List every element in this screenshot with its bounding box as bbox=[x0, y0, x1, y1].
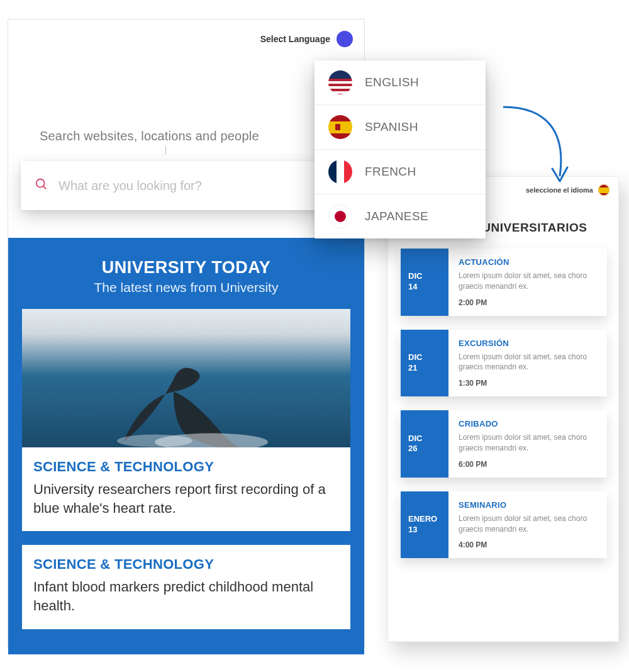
event-card[interactable]: DIC 14 ACTUACIÓN Lorem ipsum dolor sit a… bbox=[401, 249, 607, 316]
event-body: ACTUACIÓN Lorem ipsum dolor sit amet, se… bbox=[448, 249, 607, 316]
news-card-category: SCIENCE & TECHNOLOGY bbox=[33, 459, 339, 475]
event-category: SEMINARIO bbox=[459, 500, 598, 510]
svg-line-1 bbox=[43, 186, 47, 189]
event-day: 21 bbox=[408, 363, 417, 374]
event-description: Lorem ipsum dolor sit amet, sea choro gr… bbox=[459, 432, 598, 454]
events-list: DIC 14 ACTUACIÓN Lorem ipsum dolor sit a… bbox=[388, 235, 618, 564]
event-category: ACTUACIÓN bbox=[459, 257, 598, 267]
search-icon bbox=[35, 177, 48, 194]
caption-indicator-line bbox=[165, 146, 166, 155]
flag-es-icon bbox=[328, 115, 352, 139]
event-time: 1:30 PM bbox=[459, 379, 598, 388]
news-section-subtitle: The latest news from University bbox=[22, 280, 350, 295]
news-card-image bbox=[22, 309, 350, 447]
news-card[interactable]: SCIENCE & TECHNOLOGY University research… bbox=[22, 309, 350, 531]
news-block: UNIVERSITY TODAY The latest news from Un… bbox=[8, 238, 364, 654]
language-option-label: JAPANESE bbox=[365, 210, 428, 223]
event-time: 6:00 PM bbox=[459, 460, 598, 469]
event-month: ENERO bbox=[408, 514, 437, 525]
event-date-badge: DIC 21 bbox=[401, 330, 448, 397]
event-month: DIC bbox=[408, 271, 422, 282]
language-option-japanese[interactable]: JAPANESE bbox=[314, 194, 486, 238]
event-day: 13 bbox=[408, 525, 417, 535]
language-option-french[interactable]: FRENCH bbox=[314, 150, 486, 194]
language-dropdown: ENGLISH SPANISH FRENCH JAPANESE bbox=[314, 60, 486, 238]
language-selector-button[interactable] bbox=[337, 31, 353, 47]
news-card-body: SCIENCE & TECHNOLOGY University research… bbox=[22, 447, 350, 531]
svg-point-0 bbox=[36, 179, 45, 188]
event-card[interactable]: DIC 26 CRIBADO Lorem ipsum dolor sit ame… bbox=[401, 410, 607, 478]
event-date-badge: ENERO 13 bbox=[401, 491, 448, 559]
search-box[interactable]: What are you looking for? bbox=[21, 161, 355, 210]
event-month: DIC bbox=[408, 434, 422, 444]
flag-es-icon[interactable] bbox=[598, 184, 610, 196]
event-day: 26 bbox=[408, 444, 417, 454]
event-body: SEMINARIO Lorem ipsum dolor sit amet, se… bbox=[448, 491, 607, 559]
event-time: 4:00 PM bbox=[459, 540, 598, 549]
event-date-badge: DIC 26 bbox=[401, 410, 448, 478]
annotation-arrow-icon bbox=[497, 101, 579, 195]
event-description: Lorem ipsum dolor sit amet, sea choro gr… bbox=[459, 352, 598, 373]
translated-preview-panel: seleccione el idioma EVENTOS UNIVERSITAR… bbox=[387, 176, 619, 642]
event-month: DIC bbox=[408, 352, 422, 363]
svg-point-3 bbox=[117, 434, 192, 447]
event-time: 2:00 PM bbox=[459, 298, 598, 307]
language-option-label: FRENCH bbox=[365, 165, 416, 179]
whale-illustration bbox=[98, 360, 274, 447]
event-date-badge: DIC 14 bbox=[401, 249, 448, 316]
event-category: CRIBADO bbox=[459, 419, 598, 428]
event-day: 14 bbox=[408, 282, 417, 293]
language-option-label: SPANISH bbox=[365, 120, 418, 134]
news-card-headline: University researchers report first reco… bbox=[33, 480, 339, 517]
event-body: EXCURSIÓN Lorem ipsum dolor sit amet, se… bbox=[448, 330, 607, 397]
language-option-label: ENGLISH bbox=[365, 76, 419, 89]
search-caption: Search websites, locations and people bbox=[8, 47, 364, 146]
event-card[interactable]: ENERO 13 SEMINARIO Lorem ipsum dolor sit… bbox=[401, 491, 607, 559]
flag-fr-icon bbox=[328, 160, 352, 184]
event-description: Lorem ipsum dolor sit amet, sea choro gr… bbox=[459, 513, 598, 535]
flag-us-icon bbox=[328, 70, 352, 94]
news-section-title: UNIVERSITY TODAY bbox=[22, 258, 350, 277]
news-card-body: SCIENCE & TECHNOLOGY Infant blood marker… bbox=[22, 545, 350, 629]
language-selector-bar: Select Language bbox=[8, 20, 364, 47]
event-description: Lorem ipsum dolor sit amet, sea choro gr… bbox=[459, 271, 598, 292]
flag-jp-icon bbox=[328, 204, 352, 228]
news-card-headline: Infant blood markers predict childhood m… bbox=[33, 578, 339, 615]
select-language-label: Select Language bbox=[260, 34, 330, 44]
event-body: CRIBADO Lorem ipsum dolor sit amet, sea … bbox=[448, 410, 607, 478]
language-option-english[interactable]: ENGLISH bbox=[314, 60, 486, 105]
search-input[interactable]: What are you looking for? bbox=[58, 179, 202, 193]
news-card[interactable]: SCIENCE & TECHNOLOGY Infant blood marker… bbox=[22, 545, 350, 629]
main-preview-panel: Select Language Search websites, locatio… bbox=[8, 19, 365, 648]
event-card[interactable]: DIC 21 EXCURSIÓN Lorem ipsum dolor sit a… bbox=[401, 330, 607, 397]
event-category: EXCURSIÓN bbox=[459, 339, 598, 348]
news-card-category: SCIENCE & TECHNOLOGY bbox=[33, 556, 339, 573]
language-option-spanish[interactable]: SPANISH bbox=[314, 105, 486, 150]
